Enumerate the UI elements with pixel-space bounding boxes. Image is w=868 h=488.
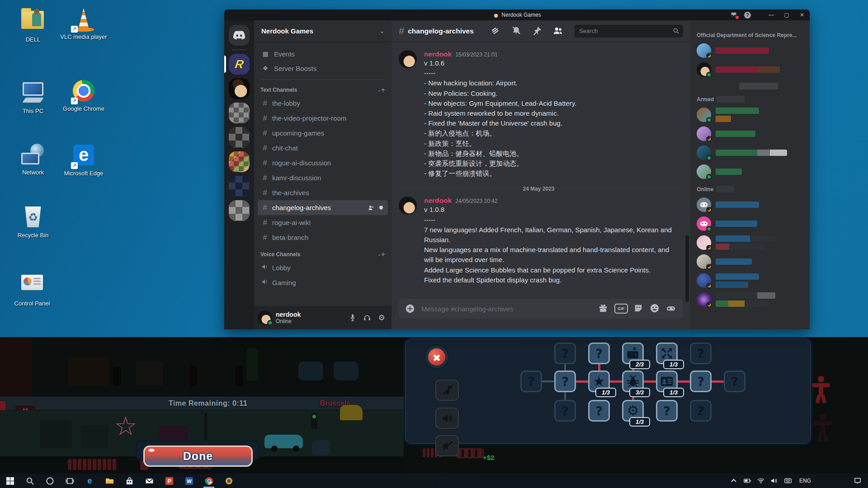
voice-channels-section[interactable]: Voice Channels⌄+ (258, 249, 388, 260)
server-icon-blurred[interactable] (229, 200, 250, 221)
message-author[interactable]: nerdook (424, 50, 452, 58)
voice-channel-gaming[interactable]: Gaming (258, 275, 388, 290)
tree-node-unknown-locked[interactable]: ? (724, 371, 745, 392)
tray-chevron-up-icon[interactable] (727, 474, 741, 488)
taskbar-task-view-icon[interactable] (60, 474, 80, 488)
desktop-icon-control-panel[interactable]: Control Panel (7, 271, 57, 307)
avatar[interactable] (258, 310, 272, 325)
avatar[interactable] (399, 197, 417, 215)
taskbar-search-icon[interactable] (20, 474, 40, 488)
close-button[interactable]: ✖ (424, 344, 449, 370)
member-row[interactable] (696, 105, 804, 124)
create-channel-icon[interactable]: + (381, 250, 385, 258)
headphones-icon[interactable] (361, 311, 373, 324)
inbox-icon[interactable] (730, 11, 738, 19)
tree-node-unknown[interactable]: ? (588, 400, 610, 422)
taskbar-mail-icon[interactable] (139, 474, 159, 488)
server-icon-blurred[interactable] (229, 151, 250, 172)
channel-the-lobby[interactable]: #the-lobby (258, 96, 388, 111)
taskbar-edge-icon[interactable]: e (80, 474, 99, 488)
desktop-icon-microsoft-edge[interactable]: e↗Microsoft Edge (59, 144, 108, 177)
gamepad-icon[interactable] (666, 303, 677, 314)
avatar[interactable] (399, 50, 417, 68)
search-input[interactable] (578, 27, 673, 35)
member-row[interactable] (696, 124, 804, 143)
taskbar-word-icon[interactable]: W (179, 474, 199, 488)
discord-home-button[interactable] (229, 25, 250, 46)
threads-icon[interactable] (491, 26, 501, 37)
help-icon[interactable]: ? (744, 12, 751, 19)
maximize-button[interactable]: ▢ (779, 9, 794, 20)
channel-rogue-ai-wiki[interactable]: #rogue-ai-wiki (258, 215, 388, 230)
server-icon-blurred[interactable] (229, 127, 250, 148)
member-row[interactable] (696, 290, 804, 309)
desktop-icon-network[interactable]: Network (8, 144, 58, 176)
tree-node-unknown-locked[interactable]: ? (520, 371, 542, 392)
channel-upcoming-games[interactable]: #upcoming-games (258, 126, 388, 141)
server-icon-blurred[interactable] (229, 103, 250, 123)
tree-node-unknown-locked[interactable]: ? (554, 343, 576, 364)
done-button[interactable]: Done (143, 446, 253, 467)
channel-beta-branch[interactable]: #beta-branch (258, 230, 388, 245)
member-row[interactable] (696, 233, 804, 252)
voice-channel-lobby[interactable]: Lobby (258, 260, 388, 275)
taskbar-store-icon[interactable] (119, 474, 139, 488)
message-author[interactable]: nerdook (424, 197, 452, 205)
channel-changelog-archives[interactable]: #changelog-archives (258, 200, 388, 215)
emoji-icon[interactable] (650, 303, 660, 314)
taskbar-game-icon[interactable] (219, 474, 239, 488)
action-center-icon[interactable] (851, 474, 864, 488)
volume-icon[interactable] (768, 474, 781, 488)
close-window-button[interactable]: ✕ (794, 9, 810, 20)
sound-button[interactable] (435, 408, 459, 429)
member-list-icon[interactable] (553, 26, 564, 37)
tree-node-unknown[interactable]: ? (656, 400, 678, 422)
sidebar-item-server-boosts[interactable]: ❖Server Boosts (258, 61, 388, 75)
desktop-icon-google-chrome[interactable]: ↗Google Chrome (59, 79, 108, 113)
desktop-icon-this-pc[interactable]: This PC (8, 81, 58, 115)
pin-icon[interactable] (532, 26, 543, 37)
music-mute-button[interactable] (435, 380, 459, 401)
desktop-icon-vlc-media-player[interactable]: ↗VLC media player (59, 7, 108, 41)
server-icon-face[interactable] (229, 78, 250, 99)
server-icon-nerdook-games[interactable]: R (229, 54, 250, 75)
mic-icon[interactable] (346, 311, 359, 324)
member-row[interactable] (696, 195, 804, 214)
server-icon-blurred[interactable] (229, 176, 250, 197)
channel-rogue-ai-discussion[interactable]: #rogue-ai-discussion (258, 155, 388, 170)
sound-mute-button[interactable] (435, 435, 459, 456)
taskbar-powerpoint-icon[interactable]: P (159, 474, 179, 488)
member-row[interactable] (696, 252, 804, 271)
create-channel-icon[interactable]: + (381, 86, 385, 94)
server-icon-blurred[interactable] (229, 225, 250, 245)
channel-the-video-projector-room[interactable]: #the-video-projector-room (258, 111, 388, 126)
gift-icon[interactable] (598, 303, 609, 314)
tree-node-unknown-locked[interactable]: ? (554, 400, 576, 422)
scrollbar[interactable] (685, 235, 689, 302)
tree-node-unknown-locked[interactable]: ? (690, 343, 712, 364)
taskbar-cortana-icon[interactable] (40, 474, 60, 488)
member-row[interactable] (696, 162, 804, 181)
channel-chit-chat[interactable]: #chit-chat (258, 141, 388, 155)
member-row[interactable] (696, 214, 804, 233)
gif-icon[interactable]: GIF (614, 304, 628, 314)
channel-kamr-discussion[interactable]: #kamr-discussion (258, 170, 388, 185)
member-row[interactable] (696, 271, 804, 290)
text-channels-section[interactable]: Text Channels⌄+ (258, 84, 388, 96)
message-input[interactable] (420, 305, 593, 313)
tree-node-unknown-locked[interactable]: ? (690, 400, 712, 422)
gear-icon[interactable]: ⚙ (375, 311, 388, 324)
desktop-icon-dell[interactable]: DELL (8, 7, 58, 43)
server-header[interactable]: Nerdook Games ⌄ (254, 20, 392, 42)
desktop-icon-recycle-bin[interactable]: ♻Recycle Bin (8, 206, 58, 239)
taskbar-chrome-icon[interactable] (199, 474, 219, 488)
tree-node-unknown[interactable]: ? (554, 371, 576, 392)
taskbar-start-icon[interactable] (0, 474, 20, 488)
keyboard-icon[interactable] (781, 474, 795, 488)
tree-node-unknown[interactable]: ? (588, 343, 610, 364)
member-row[interactable] (696, 41, 804, 60)
tree-node-unknown[interactable]: ? (690, 371, 712, 392)
attach-plus-icon[interactable] (405, 304, 415, 314)
notifications-muted-icon[interactable] (511, 26, 522, 37)
taskbar-file-explorer-icon[interactable] (99, 474, 119, 488)
